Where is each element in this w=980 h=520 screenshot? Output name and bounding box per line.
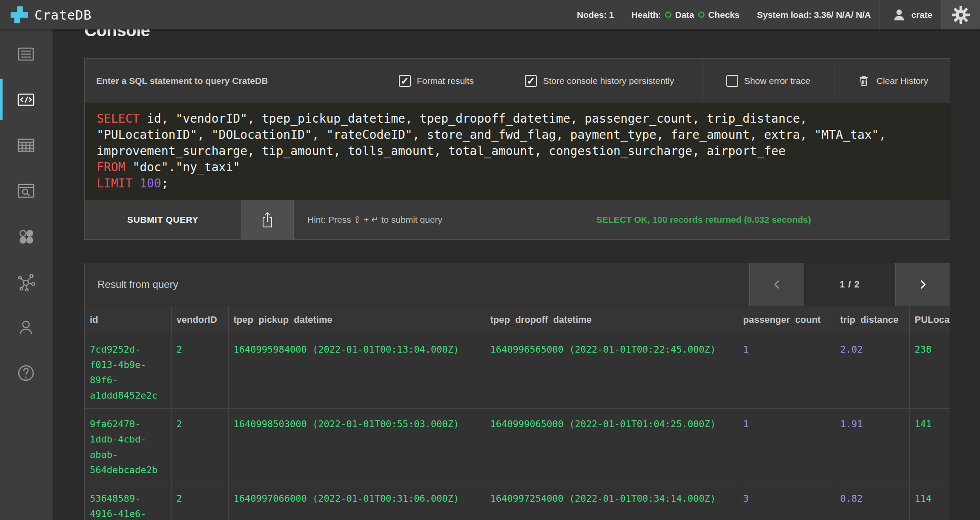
table-cell: 2 <box>171 334 228 408</box>
column-header-id: id <box>85 306 171 334</box>
hint-area: Hint: Press ⇧ + ↵ to submit query SELECT… <box>294 200 950 239</box>
checkbox-cell-0: ✓Format results <box>376 59 497 103</box>
settings-button[interactable] <box>941 0 980 29</box>
sidebar-item-cluster[interactable] <box>0 259 52 305</box>
column-header-PULocationID: PULocationID <box>909 306 950 334</box>
next-page-button[interactable] <box>895 263 950 306</box>
health-group: Health: Data Checks <box>631 10 739 20</box>
chevron-right-icon <box>917 277 929 292</box>
table-cell: 1 <box>738 408 835 483</box>
sql-code-line: "PULocationID", "DOLocationID", "rateCod… <box>97 127 938 143</box>
sql-code-line: FROM "doc"."ny_taxi" <box>97 159 938 175</box>
sidebar-item-users[interactable] <box>0 305 52 350</box>
table-cell: 2.02 <box>835 334 909 408</box>
user-menu[interactable]: crate <box>880 0 941 29</box>
table-row: 9fa62470-1ddb-4cbd-abab-564debcade2b2164… <box>85 408 950 483</box>
result-title: Result from query <box>85 263 749 306</box>
browser-search-icon <box>17 181 35 200</box>
table-cell: 1640996565000 (2022-01-01T00:22:45.000Z) <box>485 334 738 408</box>
table-cell: 1640995984000 (2022-01-01T00:13:04.000Z) <box>228 334 485 408</box>
table-cell: 2 <box>171 483 228 520</box>
sidebar-item-views[interactable] <box>0 168 52 213</box>
username: crate <box>911 10 932 20</box>
sql-code-line: LIMIT 100; <box>97 175 938 192</box>
sidebar-item-shards[interactable] <box>0 213 52 259</box>
share-icon <box>259 210 276 229</box>
submit-hint: Hint: Press ⇧ + ↵ to submit query <box>307 215 442 225</box>
table-cell: 53648589-4916-41e6- <box>85 483 171 520</box>
column-header-trip_distance: trip_distance <box>835 306 909 334</box>
table-cell: 9fa62470-1ddb-4cbd-abab-564debcade2b <box>85 408 171 483</box>
user-icon <box>892 8 906 22</box>
gear-icon <box>951 6 970 24</box>
submit-query-button[interactable]: SUBMIT QUERY <box>85 200 241 239</box>
table-cell: 1640998503000 (2022-01-01T00:55:03.000Z) <box>228 408 485 483</box>
table-cell: 238 <box>909 334 950 408</box>
page-indicator: 1 / 2 <box>804 263 895 306</box>
health-checks-label: Checks <box>708 10 740 20</box>
checkbox-icon[interactable]: ✓ <box>399 75 411 87</box>
system-load: System load: 3.36/ N/A/ N/A <box>757 10 871 20</box>
column-header-tpep_pickup_datetime: tpep_pickup_datetime <box>228 306 485 334</box>
console-panel: Enter a SQL statement to query CrateDB ✓… <box>84 58 950 240</box>
table-cell: 3 <box>738 483 835 520</box>
checkbox-icon[interactable] <box>726 75 738 87</box>
topbar: CrateDB Nodes: 1 Health: Data Checks Sys… <box>0 0 980 29</box>
checkbox-label: Store console history persistently <box>543 76 674 86</box>
health-label: Health: <box>631 10 661 20</box>
person-icon <box>17 318 35 337</box>
crate-logo-icon <box>9 5 29 25</box>
result-header: Result from query 1 / 2 <box>85 263 950 306</box>
checkbox-cell-1: ✓Store console history persistently <box>497 59 702 103</box>
result-table: idvendorIDtpep_pickup_datetimetpep_dropo… <box>85 306 950 520</box>
table-row: 7cd9252d-f013-4b9e-89f6-a1ddd8452e2c2164… <box>85 334 950 408</box>
column-header-vendorID: vendorID <box>171 306 228 334</box>
prev-page-button[interactable] <box>749 263 804 306</box>
code-icon <box>17 90 35 109</box>
clear-history-label: Clear History <box>877 76 928 86</box>
table-cell: 114 <box>909 483 950 520</box>
table-icon <box>17 136 35 155</box>
health-data-label: Data <box>675 10 694 20</box>
sidebar-item-overview[interactable] <box>0 31 52 77</box>
share-query-button[interactable] <box>241 200 294 239</box>
sidebar-item-console[interactable] <box>0 77 52 122</box>
result-table-wrap: idvendorIDtpep_pickup_datetimetpep_dropo… <box>85 306 950 520</box>
sidebar-item-help[interactable] <box>0 350 52 396</box>
health-data-dot-icon <box>665 11 671 18</box>
query-status: SELECT OK, 100 records returned (0.032 s… <box>596 215 811 225</box>
checkbox-label: Format results <box>417 76 474 86</box>
table-cell: 1640997254000 (2022-01-01T00:34:14.000Z) <box>485 483 738 520</box>
table-cell: 2 <box>171 408 228 483</box>
main-content: Console Enter a SQL statement to query C… <box>53 20 980 520</box>
sql-code-line: improvement_surcharge, tip_amount, tolls… <box>97 143 938 159</box>
trash-icon <box>857 74 871 88</box>
column-header-passenger_count: passenger_count <box>738 306 835 334</box>
list-icon <box>17 45 35 63</box>
table-cell: 1 <box>738 334 835 408</box>
crate-logo[interactable]: CrateDB <box>0 5 92 25</box>
table-cell: 7cd9252d-f013-4b9e-89f6-a1ddd8452e2c <box>85 334 171 408</box>
nodes-count: Nodes: 1 <box>577 10 614 20</box>
console-toolbar: Enter a SQL statement to query CrateDB ✓… <box>85 59 950 103</box>
clear-history-button[interactable]: Clear History <box>834 59 951 103</box>
sidebar-item-tables[interactable] <box>0 122 52 168</box>
submit-row: SUBMIT QUERY Hint: Press ⇧ + ↵ to submit… <box>85 200 950 239</box>
sql-code-line: SELECT id, "vendorID", tpep_pickup_datet… <box>97 111 938 127</box>
table-cell: 1640997066000 (2022-01-01T00:31:06.000Z) <box>228 483 485 520</box>
table-cell: 1.91 <box>835 408 909 483</box>
app-title: CrateDB <box>34 7 92 23</box>
table-cell: 0.82 <box>835 483 909 520</box>
help-icon <box>17 364 35 382</box>
chevron-left-icon <box>771 277 783 292</box>
sql-editor[interactable]: SELECT id, "vendorID", tpep_pickup_datet… <box>85 103 950 200</box>
table-cell: 1640999065000 (2022-01-01T01:04:25.000Z) <box>485 408 738 483</box>
column-header-tpep_dropoff_datetime: tpep_dropoff_datetime <box>485 306 738 334</box>
table-cell: 141 <box>909 408 950 483</box>
sql-prompt-label: Enter a SQL statement to query CrateDB <box>85 59 376 103</box>
health-checks-dot-icon <box>698 11 705 18</box>
checkbox-label: Show error trace <box>744 76 810 86</box>
sidebar <box>0 29 53 520</box>
checkbox-cell-2: Show error trace <box>702 59 834 103</box>
checkbox-icon[interactable]: ✓ <box>525 75 537 87</box>
